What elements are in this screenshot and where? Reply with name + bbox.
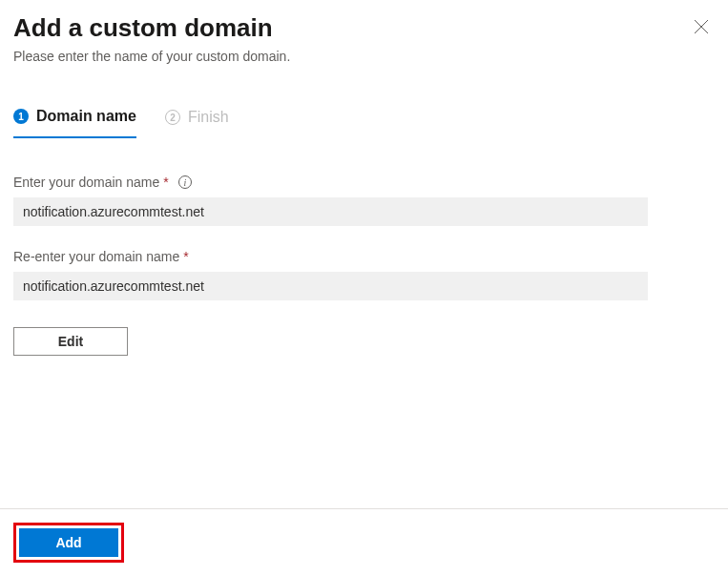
required-indicator: * [183, 249, 188, 264]
step-label: Domain name [36, 108, 136, 125]
panel-title: Add a custom domain [13, 13, 715, 43]
required-indicator: * [163, 175, 168, 190]
panel-subtitle: Please enter the name of your custom dom… [13, 49, 715, 64]
domain-name-input[interactable] [13, 197, 648, 226]
step-number-icon: 2 [165, 110, 180, 125]
step-finish[interactable]: 2 Finish [165, 108, 229, 138]
confirm-domain-input[interactable] [13, 272, 648, 300]
domain-name-label: Enter your domain name [13, 175, 159, 190]
step-label: Finish [188, 109, 229, 126]
add-button[interactable]: Add [19, 528, 118, 557]
edit-button[interactable]: Edit [13, 327, 128, 356]
info-icon[interactable]: i [178, 175, 192, 189]
close-icon[interactable] [694, 19, 711, 36]
step-domain-name[interactable]: 1 Domain name [13, 108, 136, 138]
confirm-domain-label: Re-enter your domain name [13, 249, 179, 264]
wizard-steps: 1 Domain name 2 Finish [13, 108, 715, 138]
footer-bar: Add [0, 508, 728, 576]
step-number-icon: 1 [13, 109, 29, 124]
highlight-annotation: Add [13, 523, 124, 563]
